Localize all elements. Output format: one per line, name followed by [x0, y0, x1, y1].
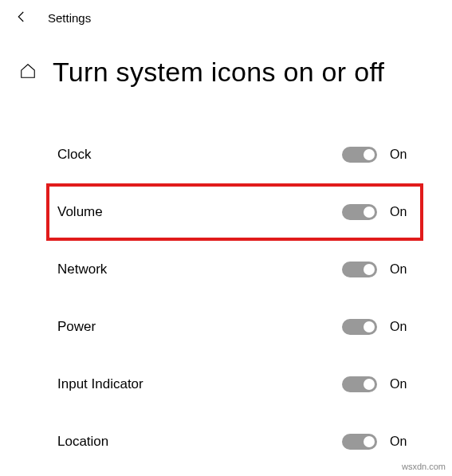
- page-header: Turn system icons on or off: [0, 33, 452, 96]
- toggle-switch[interactable]: [342, 147, 377, 163]
- row-label: Power: [57, 319, 342, 335]
- toggle-state-label: On: [390, 320, 414, 334]
- row-label: Location: [57, 434, 342, 450]
- toggle-switch[interactable]: [342, 376, 377, 392]
- toggle-state-label: On: [390, 148, 414, 162]
- top-bar: Settings: [0, 0, 452, 33]
- toggle-group: On: [342, 204, 414, 220]
- home-icon[interactable]: [19, 62, 37, 83]
- page-title: Turn system icons on or off: [53, 57, 384, 88]
- toggle-state-label: On: [390, 205, 414, 219]
- settings-row: ClockOn: [46, 126, 423, 183]
- toggle-state-label: On: [390, 377, 414, 391]
- settings-row: LocationOn: [46, 413, 423, 470]
- row-label: Volume: [57, 204, 342, 220]
- toggle-switch[interactable]: [342, 204, 377, 220]
- toggle-group: On: [342, 434, 414, 450]
- settings-row: PowerOn: [46, 298, 423, 356]
- toggle-switch[interactable]: [342, 434, 377, 450]
- settings-row: NetworkOn: [46, 241, 423, 298]
- row-label: Input Indicator: [57, 376, 342, 392]
- toggle-group: On: [342, 376, 414, 392]
- settings-row: Input IndicatorOn: [46, 356, 423, 413]
- watermark: wsxdn.com: [402, 462, 446, 471]
- toggle-group: On: [342, 262, 414, 277]
- toggle-switch[interactable]: [342, 319, 377, 335]
- toggle-state-label: On: [390, 435, 414, 449]
- toggle-group: On: [342, 147, 414, 163]
- toggle-switch[interactable]: [342, 262, 377, 277]
- settings-row: VolumeOn: [46, 183, 423, 241]
- row-label: Network: [57, 262, 342, 277]
- app-title: Settings: [48, 11, 91, 25]
- row-label: Clock: [57, 147, 342, 163]
- back-button[interactable]: [14, 10, 29, 26]
- toggle-state-label: On: [390, 262, 414, 277]
- toggle-group: On: [342, 319, 414, 335]
- settings-list: ClockOnVolumeOnNetworkOnPowerOnInput Ind…: [0, 96, 452, 470]
